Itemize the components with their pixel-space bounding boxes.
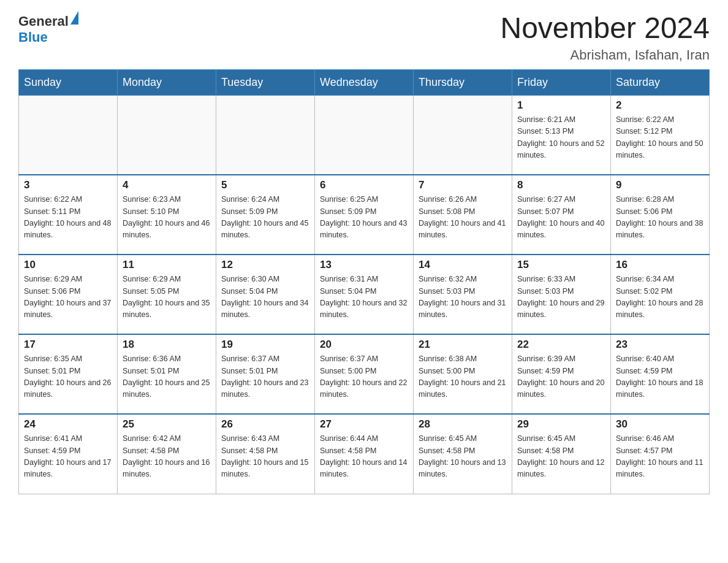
day-number: 27 xyxy=(320,418,408,431)
col-sunday: Sunday xyxy=(19,69,118,95)
table-row: 28Sunrise: 6:45 AM Sunset: 4:58 PM Dayli… xyxy=(414,414,512,494)
day-number: 1 xyxy=(517,99,605,112)
day-number: 21 xyxy=(419,339,507,351)
day-info: Sunrise: 6:32 AM Sunset: 5:03 PM Dayligh… xyxy=(419,274,507,321)
calendar-week-row: 10Sunrise: 6:29 AM Sunset: 5:06 PM Dayli… xyxy=(19,255,710,334)
calendar-week-row: 3Sunrise: 6:22 AM Sunset: 5:11 PM Daylig… xyxy=(19,175,710,255)
col-friday: Friday xyxy=(512,69,611,95)
day-number: 12 xyxy=(221,259,309,271)
calendar-header-row: Sunday Monday Tuesday Wednesday Thursday… xyxy=(19,69,710,95)
table-row xyxy=(315,95,414,175)
calendar-week-row: 1Sunrise: 6:21 AM Sunset: 5:13 PM Daylig… xyxy=(19,95,710,175)
day-info: Sunrise: 6:22 AM Sunset: 5:11 PM Dayligh… xyxy=(24,194,112,242)
day-number: 9 xyxy=(616,179,704,191)
day-number: 16 xyxy=(616,259,704,271)
calendar-table: Sunday Monday Tuesday Wednesday Thursday… xyxy=(18,69,710,494)
table-row xyxy=(118,95,216,175)
day-number: 5 xyxy=(221,179,309,191)
table-row xyxy=(414,95,512,175)
day-info: Sunrise: 6:45 AM Sunset: 4:58 PM Dayligh… xyxy=(517,433,605,481)
day-number: 3 xyxy=(24,179,112,191)
table-row: 10Sunrise: 6:29 AM Sunset: 5:06 PM Dayli… xyxy=(19,255,118,334)
day-info: Sunrise: 6:36 AM Sunset: 5:01 PM Dayligh… xyxy=(123,353,211,401)
day-number: 7 xyxy=(419,179,507,191)
table-row: 15Sunrise: 6:33 AM Sunset: 5:03 PM Dayli… xyxy=(512,255,611,334)
day-info: Sunrise: 6:39 AM Sunset: 4:59 PM Dayligh… xyxy=(517,353,605,401)
table-row: 14Sunrise: 6:32 AM Sunset: 5:03 PM Dayli… xyxy=(414,255,512,334)
table-row: 21Sunrise: 6:38 AM Sunset: 5:00 PM Dayli… xyxy=(414,334,512,414)
table-row: 20Sunrise: 6:37 AM Sunset: 5:00 PM Dayli… xyxy=(315,334,414,414)
day-number: 28 xyxy=(419,418,507,431)
day-number: 2 xyxy=(616,99,704,112)
day-number: 15 xyxy=(517,259,605,271)
day-info: Sunrise: 6:37 AM Sunset: 5:00 PM Dayligh… xyxy=(320,353,408,401)
day-number: 11 xyxy=(123,259,211,271)
table-row: 13Sunrise: 6:31 AM Sunset: 5:04 PM Dayli… xyxy=(315,255,414,334)
logo-general-text: General Blue xyxy=(18,12,80,45)
day-info: Sunrise: 6:22 AM Sunset: 5:12 PM Dayligh… xyxy=(616,114,704,162)
table-row: 24Sunrise: 6:41 AM Sunset: 4:59 PM Dayli… xyxy=(19,414,118,494)
day-number: 14 xyxy=(419,259,507,271)
day-info: Sunrise: 6:37 AM Sunset: 5:01 PM Dayligh… xyxy=(221,353,309,401)
day-number: 30 xyxy=(616,418,704,431)
day-info: Sunrise: 6:24 AM Sunset: 5:09 PM Dayligh… xyxy=(221,194,309,242)
logo-triangle-icon xyxy=(70,11,78,25)
table-row: 25Sunrise: 6:42 AM Sunset: 4:58 PM Dayli… xyxy=(118,414,216,494)
day-number: 22 xyxy=(517,339,605,351)
day-number: 20 xyxy=(320,339,408,351)
day-info: Sunrise: 6:43 AM Sunset: 4:58 PM Dayligh… xyxy=(221,433,309,481)
title-section: November 2024 Abrisham, Isfahan, Iran xyxy=(500,12,710,63)
col-thursday: Thursday xyxy=(414,69,512,95)
table-row: 8Sunrise: 6:27 AM Sunset: 5:07 PM Daylig… xyxy=(512,175,611,255)
day-info: Sunrise: 6:27 AM Sunset: 5:07 PM Dayligh… xyxy=(517,194,605,242)
logo: General Blue xyxy=(18,12,80,45)
day-info: Sunrise: 6:23 AM Sunset: 5:10 PM Dayligh… xyxy=(123,194,211,242)
table-row xyxy=(19,95,118,175)
day-info: Sunrise: 6:26 AM Sunset: 5:08 PM Dayligh… xyxy=(419,194,507,242)
day-info: Sunrise: 6:21 AM Sunset: 5:13 PM Dayligh… xyxy=(517,114,605,162)
col-tuesday: Tuesday xyxy=(216,69,315,95)
day-info: Sunrise: 6:34 AM Sunset: 5:02 PM Dayligh… xyxy=(616,274,704,321)
day-number: 29 xyxy=(517,418,605,431)
table-row: 18Sunrise: 6:36 AM Sunset: 5:01 PM Dayli… xyxy=(118,334,216,414)
day-number: 8 xyxy=(517,179,605,191)
day-number: 13 xyxy=(320,259,408,271)
day-number: 23 xyxy=(616,339,704,351)
location-subtitle: Abrisham, Isfahan, Iran xyxy=(500,47,710,63)
day-info: Sunrise: 6:28 AM Sunset: 5:06 PM Dayligh… xyxy=(616,194,704,242)
day-info: Sunrise: 6:46 AM Sunset: 4:57 PM Dayligh… xyxy=(616,433,704,481)
day-info: Sunrise: 6:40 AM Sunset: 4:59 PM Dayligh… xyxy=(616,353,704,401)
col-monday: Monday xyxy=(118,69,216,95)
table-row: 7Sunrise: 6:26 AM Sunset: 5:08 PM Daylig… xyxy=(414,175,512,255)
day-info: Sunrise: 6:38 AM Sunset: 5:00 PM Dayligh… xyxy=(419,353,507,401)
day-info: Sunrise: 6:44 AM Sunset: 4:58 PM Dayligh… xyxy=(320,433,408,481)
day-info: Sunrise: 6:31 AM Sunset: 5:04 PM Dayligh… xyxy=(320,274,408,321)
calendar-week-row: 24Sunrise: 6:41 AM Sunset: 4:59 PM Dayli… xyxy=(19,414,710,494)
day-number: 10 xyxy=(24,259,112,271)
table-row: 16Sunrise: 6:34 AM Sunset: 5:02 PM Dayli… xyxy=(611,255,710,334)
day-number: 4 xyxy=(123,179,211,191)
table-row: 9Sunrise: 6:28 AM Sunset: 5:06 PM Daylig… xyxy=(611,175,710,255)
page-header: General Blue November 2024 Abrisham, Isf… xyxy=(18,12,710,63)
table-row: 6Sunrise: 6:25 AM Sunset: 5:09 PM Daylig… xyxy=(315,175,414,255)
day-info: Sunrise: 6:33 AM Sunset: 5:03 PM Dayligh… xyxy=(517,274,605,321)
day-info: Sunrise: 6:42 AM Sunset: 4:58 PM Dayligh… xyxy=(123,433,211,481)
table-row: 11Sunrise: 6:29 AM Sunset: 5:05 PM Dayli… xyxy=(118,255,216,334)
table-row: 5Sunrise: 6:24 AM Sunset: 5:09 PM Daylig… xyxy=(216,175,315,255)
table-row: 19Sunrise: 6:37 AM Sunset: 5:01 PM Dayli… xyxy=(216,334,315,414)
col-saturday: Saturday xyxy=(611,69,710,95)
table-row: 30Sunrise: 6:46 AM Sunset: 4:57 PM Dayli… xyxy=(611,414,710,494)
calendar-week-row: 17Sunrise: 6:35 AM Sunset: 5:01 PM Dayli… xyxy=(19,334,710,414)
table-row: 27Sunrise: 6:44 AM Sunset: 4:58 PM Dayli… xyxy=(315,414,414,494)
day-info: Sunrise: 6:25 AM Sunset: 5:09 PM Dayligh… xyxy=(320,194,408,242)
day-info: Sunrise: 6:29 AM Sunset: 5:06 PM Dayligh… xyxy=(24,274,112,321)
day-number: 6 xyxy=(320,179,408,191)
day-number: 25 xyxy=(123,418,211,431)
day-info: Sunrise: 6:45 AM Sunset: 4:58 PM Dayligh… xyxy=(419,433,507,481)
table-row: 12Sunrise: 6:30 AM Sunset: 5:04 PM Dayli… xyxy=(216,255,315,334)
col-wednesday: Wednesday xyxy=(315,69,414,95)
table-row: 3Sunrise: 6:22 AM Sunset: 5:11 PM Daylig… xyxy=(19,175,118,255)
table-row: 29Sunrise: 6:45 AM Sunset: 4:58 PM Dayli… xyxy=(512,414,611,494)
table-row: 26Sunrise: 6:43 AM Sunset: 4:58 PM Dayli… xyxy=(216,414,315,494)
day-number: 26 xyxy=(221,418,309,431)
